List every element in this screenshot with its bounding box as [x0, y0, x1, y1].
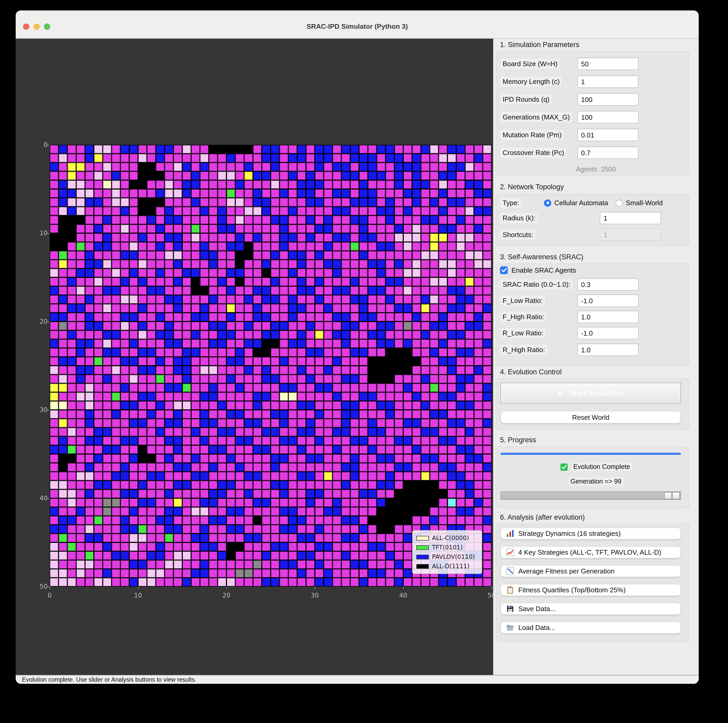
start-evolution-button[interactable]: Start Evolution	[500, 383, 681, 404]
minimize-icon[interactable]	[34, 23, 40, 29]
load-data-label: Load Data...	[518, 624, 555, 631]
floppy-icon	[506, 605, 514, 613]
save-data-button[interactable]: Save Data...	[500, 603, 681, 615]
x-tick-mark	[226, 587, 227, 589]
save-data-label: Save Data...	[518, 605, 556, 613]
f-low-ratio-field[interactable]	[577, 294, 639, 307]
legend-label: TFT(0101)	[432, 544, 463, 551]
memory-length-field[interactable]	[577, 75, 639, 88]
slider-thumb-segment[interactable]	[672, 492, 680, 499]
r-low-ratio-label: R_Low Ratio:	[500, 328, 546, 338]
folder-icon	[506, 624, 514, 631]
control-panel: 1. Simulation Parameters Board Size (W=H…	[493, 39, 699, 675]
generations-field[interactable]	[577, 111, 639, 124]
ipd-rounds-label: IPD Rounds (q)	[500, 95, 552, 104]
reset-world-button[interactable]: Reset World	[500, 411, 681, 424]
clipboard-icon	[506, 586, 514, 594]
strategy-dynamics-button[interactable]: Strategy Dynamics (16 strategies)	[500, 528, 681, 540]
radius-field[interactable]	[600, 212, 661, 224]
figure-area: Generation 99 01020304050 01020304050 AL…	[16, 39, 493, 675]
x-tick-label: 10	[134, 592, 142, 599]
small-world-radio[interactable]	[615, 199, 622, 206]
section-title-simulation-parameters: 1. Simulation Parameters	[500, 41, 579, 49]
r-low-ratio-field[interactable]	[577, 327, 639, 339]
section-title-self-awareness: 3. Self-Awareness (SRAC)	[500, 253, 583, 261]
evolution-complete-row: Evolution Complete	[493, 463, 699, 471]
mutation-rate-label: Mutation Rate (Pm)	[500, 130, 563, 140]
section-title-progress: 5. Progress	[500, 436, 536, 444]
bar-chart-icon	[506, 529, 514, 537]
play-icon	[558, 389, 564, 397]
f-low-ratio-label: F_Low Ratio:	[500, 296, 545, 305]
close-icon[interactable]	[23, 23, 29, 29]
generation-slider[interactable]	[500, 491, 681, 500]
y-tick-mark	[47, 322, 50, 322]
reset-world-label: Reset World	[572, 413, 610, 421]
strategy-legend: ALL-C(0000) TFT(0101) PAVLOV(0110) ALL-D…	[412, 530, 482, 574]
srac-ratio-field[interactable]	[577, 278, 639, 291]
mutation-rate-field[interactable]	[577, 129, 639, 141]
strategy-grid-heatmap	[50, 145, 492, 587]
section-title-evolution-control: 4. Evolution Control	[500, 368, 562, 376]
x-tick-mark	[50, 587, 50, 589]
cellular-automata-label: Cellular Automata	[554, 199, 608, 207]
slider-thumb-segment[interactable]	[664, 492, 672, 499]
board-size-field[interactable]	[577, 58, 639, 70]
y-tick-label: 30	[40, 406, 47, 413]
r-high-ratio-field[interactable]	[577, 343, 639, 356]
y-tick-label: 10	[40, 229, 47, 237]
allc-swatch	[416, 535, 429, 540]
r-high-ratio-label: R_High Ratio:	[500, 345, 547, 355]
y-tick-label: 20	[40, 318, 47, 325]
legend-label: ALL-C(0000)	[432, 534, 469, 541]
legend-item: PAVLOV(0110)	[416, 552, 478, 561]
title-bar: SRAC-IPD Simulator (Python 3)	[16, 11, 699, 39]
x-tick-mark	[138, 587, 139, 589]
line-chart-down-icon	[506, 567, 514, 575]
y-tick-mark	[47, 498, 50, 499]
shortcuts-field	[600, 229, 661, 241]
evolution-complete-label: Evolution Complete	[572, 463, 632, 471]
generation-readout: Generation => 99	[493, 478, 699, 485]
tft-swatch	[416, 545, 429, 550]
srac-ratio-label: SRAC Ratio (0.0~1.0):	[500, 279, 572, 289]
key-strategies-label: 4 Key Strategies (ALL-C, TFT, PAVLOV, AL…	[518, 548, 661, 556]
crossover-rate-field[interactable]	[577, 146, 639, 159]
ipd-rounds-field[interactable]	[577, 93, 639, 105]
status-text: Evolution complete. Use slider or Analys…	[22, 676, 196, 683]
y-tick-mark	[47, 410, 50, 410]
enable-srac-checkbox[interactable]	[500, 266, 508, 274]
zoom-icon[interactable]	[44, 23, 50, 29]
x-tick-label: 0	[47, 592, 52, 599]
fitness-quartiles-label: Fitness Quartiles (Top/Bottom 25%)	[518, 586, 626, 594]
legend-item: TFT(0101)	[416, 543, 478, 552]
f-high-ratio-label: F_High Ratio:	[500, 312, 546, 322]
y-tick-mark	[47, 233, 50, 234]
enable-srac-label: Enable SRAC Agents	[511, 266, 576, 274]
topology-radio-group: Cellular Automata Small-World	[544, 199, 663, 207]
cellular-automata-radio[interactable]	[544, 199, 551, 206]
y-tick-label: 40	[40, 494, 47, 502]
board-size-label: Board Size (W=H)	[500, 59, 560, 69]
legend-label: PAVLOV(0110)	[432, 553, 475, 560]
section-title-network-topology: 2. Network Topology	[500, 183, 564, 191]
x-tick-mark	[492, 587, 492, 589]
fitness-quartiles-button[interactable]: Fitness Quartiles (Top/Bottom 25%)	[500, 584, 681, 596]
average-fitness-button[interactable]: Average Fitness per Generation	[500, 565, 681, 577]
progress-bar	[500, 453, 681, 455]
f-high-ratio-field[interactable]	[577, 311, 639, 323]
status-bar: Evolution complete. Use slider or Analys…	[16, 675, 699, 684]
key-strategies-button[interactable]: 4 Key Strategies (ALL-C, TFT, PAVLOV, AL…	[500, 546, 681, 558]
legend-item: ALL-D(1111)	[416, 561, 478, 571]
crossover-rate-label: Crossover Rate (Pc)	[500, 148, 566, 158]
x-tick-mark	[403, 587, 404, 589]
load-data-button[interactable]: Load Data...	[500, 622, 681, 634]
y-tick-label: 50	[40, 583, 47, 590]
enable-srac-row: Enable SRAC Agents	[500, 266, 576, 274]
strategy-dynamics-label: Strategy Dynamics (16 strategies)	[518, 529, 621, 537]
y-tick-mark	[47, 587, 50, 587]
x-tick-label: 40	[399, 592, 407, 599]
type-label: Type:	[500, 198, 522, 208]
x-tick-label: 20	[223, 592, 231, 599]
generation-slider-thumb[interactable]	[664, 492, 680, 499]
